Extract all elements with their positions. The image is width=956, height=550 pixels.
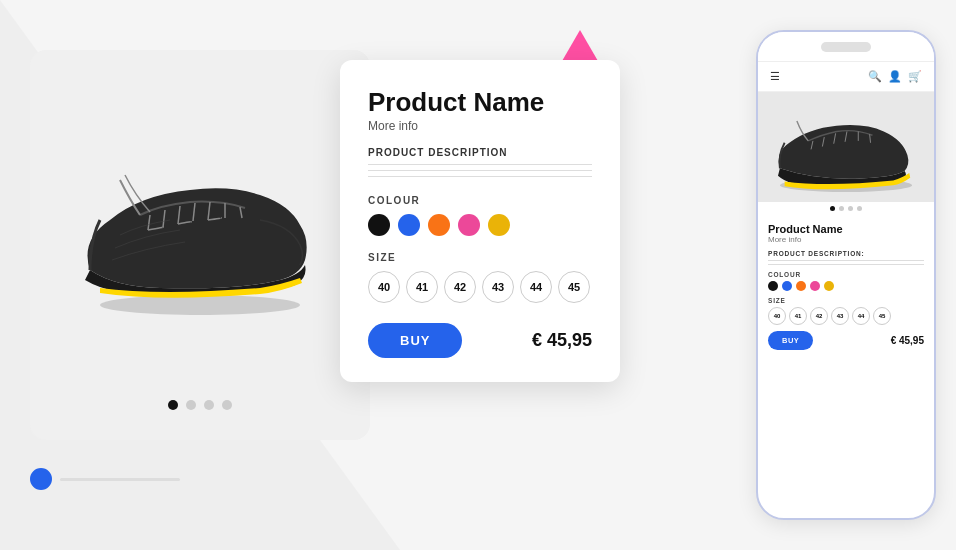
size-options: 40 41 42 43 44 45 <box>368 271 592 303</box>
phone-size-41[interactable]: 41 <box>789 307 807 325</box>
phone-dot-1[interactable] <box>830 206 835 211</box>
phone-color-yellow[interactable] <box>824 281 834 291</box>
phone-sizes: 40 41 42 43 44 45 <box>768 307 924 325</box>
phone-color-pink[interactable] <box>810 281 820 291</box>
product-card: Product Name More info PRODUCT DESCRIPTI… <box>340 60 620 382</box>
phone-cart-icon[interactable]: 🛒 <box>908 70 922 83</box>
color-black[interactable] <box>368 214 390 236</box>
phone-content: Product Name More info PRODUCT DESCRIPTI… <box>758 215 934 358</box>
phone-user-icon[interactable]: 👤 <box>888 70 902 83</box>
phone-nav-icons: 🔍 👤 🛒 <box>868 70 922 83</box>
phone-colors <box>768 281 924 291</box>
product-description-label: PRODUCT DESCRIPTION <box>368 147 592 158</box>
image-dots-container <box>168 400 232 410</box>
size-43[interactable]: 43 <box>482 271 514 303</box>
scroll-circle <box>30 468 52 490</box>
dot-4[interactable] <box>222 400 232 410</box>
size-45[interactable]: 45 <box>558 271 590 303</box>
phone-menu-icon[interactable]: ☰ <box>770 70 780 83</box>
product-subtitle: More info <box>368 119 592 133</box>
desc-line-2 <box>368 170 592 171</box>
phone-size-label: SIZE <box>768 297 924 304</box>
buy-button[interactable]: BUY <box>368 323 462 358</box>
phone-product-title: Product Name <box>768 223 924 235</box>
size-40[interactable]: 40 <box>368 271 400 303</box>
phone-dot-3[interactable] <box>848 206 853 211</box>
dot-2[interactable] <box>186 400 196 410</box>
phone-size-43[interactable]: 43 <box>831 307 849 325</box>
phone-dot-2[interactable] <box>839 206 844 211</box>
color-yellow[interactable] <box>488 214 510 236</box>
shoe-image-area <box>30 70 370 390</box>
phone-desc-lines <box>768 260 924 265</box>
phone-desc-label: PRODUCT DESCRIPTION: <box>768 250 924 257</box>
phone-size-45[interactable]: 45 <box>873 307 891 325</box>
size-label: SIZE <box>368 252 592 263</box>
color-orange[interactable] <box>428 214 450 236</box>
phone-buy-button[interactable]: BUY <box>768 331 813 350</box>
phone-mockup: ☰ 🔍 👤 🛒 Product Name M <box>756 30 936 520</box>
phone-size-40[interactable]: 40 <box>768 307 786 325</box>
size-44[interactable]: 44 <box>520 271 552 303</box>
buy-row: BUY € 45,95 <box>368 323 592 358</box>
product-title: Product Name <box>368 88 592 117</box>
phone-shoe-image <box>761 100 931 195</box>
description-lines <box>368 164 592 177</box>
color-blue[interactable] <box>398 214 420 236</box>
color-options <box>368 214 592 236</box>
phone-img-dots-container <box>758 206 934 211</box>
phone-color-orange[interactable] <box>796 281 806 291</box>
phone-product-subtitle: More info <box>768 235 924 244</box>
phone-colour-label: COLOUR <box>768 271 924 278</box>
color-pink[interactable] <box>458 214 480 236</box>
scroll-indicator <box>30 468 180 490</box>
phone-notch <box>821 42 871 52</box>
phone-dot-4[interactable] <box>857 206 862 211</box>
phone-desc-line-2 <box>768 264 924 265</box>
phone-buy-row: BUY € 45,95 <box>768 331 924 350</box>
phone-notch-area <box>758 32 934 62</box>
size-41[interactable]: 41 <box>406 271 438 303</box>
colour-label: COLOUR <box>368 195 592 206</box>
shoe-image <box>60 130 340 330</box>
desc-line-3 <box>368 176 592 177</box>
phone-size-42[interactable]: 42 <box>810 307 828 325</box>
dot-1[interactable] <box>168 400 178 410</box>
svg-point-0 <box>100 295 300 315</box>
price: € 45,95 <box>532 330 592 351</box>
desc-line-1 <box>368 164 592 165</box>
phone-nav: ☰ 🔍 👤 🛒 <box>758 62 934 92</box>
image-card <box>30 50 370 440</box>
phone-shoe-img <box>758 92 934 202</box>
phone-color-blue[interactable] <box>782 281 792 291</box>
phone-size-44[interactable]: 44 <box>852 307 870 325</box>
phone-price: € 45,95 <box>891 335 924 346</box>
phone-desc-line-1 <box>768 260 924 261</box>
phone-color-black[interactable] <box>768 281 778 291</box>
phone-search-icon[interactable]: 🔍 <box>868 70 882 83</box>
scroll-line <box>60 478 180 481</box>
size-42[interactable]: 42 <box>444 271 476 303</box>
dot-3[interactable] <box>204 400 214 410</box>
